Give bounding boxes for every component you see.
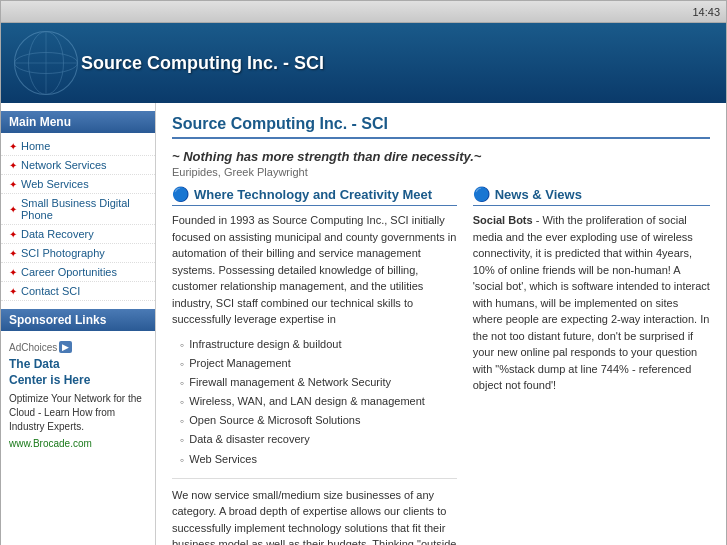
left-section-title: 🔵 Where Technology and Creativity Meet	[172, 186, 457, 206]
right-section-icon: 🔵	[473, 186, 490, 202]
sidebar: Main Menu ✦ Home ✦ Network Services ✦ We…	[1, 103, 156, 545]
sidebar-item-small-business[interactable]: ✦ Small Business Digital Phone	[1, 194, 155, 225]
left-section-title-text: Where Technology and Creativity Meet	[194, 187, 432, 202]
left-section-icon: 🔵	[172, 186, 189, 202]
ad-body: Optimize Your Network for the Cloud - Le…	[9, 392, 147, 434]
list-item: Web Services	[180, 451, 457, 470]
ad-box: AdChoices ▶ The Data Center is Here Opti…	[1, 335, 155, 455]
page-wrapper: Source Computing Inc. - SCI Main Menu ✦ …	[1, 23, 726, 545]
window-chrome: 14:43 Source Computing Inc. - SCI Main M…	[0, 0, 727, 545]
list-item: Project Management	[180, 355, 457, 374]
list-item-text: Wireless, WAN, and LAN design & manageme…	[189, 393, 425, 411]
title-bar: 14:43	[1, 1, 726, 23]
sidebar-item-label: Network Services	[21, 159, 107, 171]
list-item: Open Source & Microsoft Solutions	[180, 412, 457, 431]
sidebar-item-label: SCI Photography	[21, 247, 105, 259]
sidebar-item-home[interactable]: ✦ Home	[1, 137, 155, 156]
quote-block: ~ Nothing has more strength than dire ne…	[172, 149, 710, 178]
right-section-title: 🔵 News & Views	[473, 186, 710, 206]
right-column: 🔵 News & Views Social Bots - With the pr…	[473, 186, 710, 545]
services-list: Infrastructure design & buildout Project…	[180, 336, 457, 470]
sidebar-item-label: Career Oportunities	[21, 266, 117, 278]
header-globe-decoration	[11, 28, 81, 98]
page-heading: Source Computing Inc. - SCI	[172, 115, 710, 139]
nav-bullet: ✦	[9, 248, 17, 259]
content-area: Main Menu ✦ Home ✦ Network Services ✦ We…	[1, 103, 726, 545]
left-section-body: Founded in 1993 as Source Computing Inc.…	[172, 212, 457, 328]
list-item: Firewall management & Network Security	[180, 374, 457, 393]
nav-bullet: ✦	[9, 286, 17, 297]
sidebar-item-contact[interactable]: ✦ Contact SCI	[1, 282, 155, 301]
nav-bullet: ✦	[9, 179, 17, 190]
list-item-text: Web Services	[189, 451, 257, 469]
list-item-text: Open Source & Microsoft Solutions	[189, 412, 360, 430]
news-body-text: - With the proliferation of social media…	[473, 214, 710, 391]
nav-bullet: ✦	[9, 267, 17, 278]
news-body: Social Bots - With the proliferation of …	[473, 212, 710, 394]
quote-attribution: Euripides, Greek Playwright	[172, 166, 710, 178]
two-column-layout: 🔵 Where Technology and Creativity Meet F…	[172, 186, 710, 545]
ad-choices-icon: ▶	[59, 341, 72, 353]
main-content: Source Computing Inc. - SCI ~ Nothing ha…	[156, 103, 726, 545]
list-item: Infrastructure design & buildout	[180, 336, 457, 355]
ad-headline[interactable]: The Data Center is Here	[9, 357, 147, 388]
sidebar-item-data-recovery[interactable]: ✦ Data Recovery	[1, 225, 155, 244]
sidebar-item-label: Web Services	[21, 178, 89, 190]
sidebar-item-label: Data Recovery	[21, 228, 94, 240]
ad-url[interactable]: www.Brocade.com	[9, 438, 147, 449]
list-item: Data & disaster recovery	[180, 431, 457, 450]
list-item-text: Firewall management & Network Security	[189, 374, 391, 392]
site-header: Source Computing Inc. - SCI	[1, 23, 726, 103]
sidebar-item-label: Contact SCI	[21, 285, 80, 297]
ad-headline-line1: The Data	[9, 357, 60, 371]
ad-choices: AdChoices ▶	[9, 341, 147, 353]
left-column: 🔵 Where Technology and Creativity Meet F…	[172, 186, 457, 545]
sidebar-menu-title: Main Menu	[1, 111, 155, 133]
right-section-title-text: News & Views	[495, 187, 582, 202]
quote-text: ~ Nothing has more strength than dire ne…	[172, 149, 710, 164]
sidebar-item-web-services[interactable]: ✦ Web Services	[1, 175, 155, 194]
ad-choices-label: AdChoices	[9, 342, 57, 353]
nav-bullet: ✦	[9, 204, 17, 215]
nav-bullet: ✦	[9, 160, 17, 171]
news-bold-intro: Social Bots	[473, 214, 533, 226]
list-item-text: Project Management	[189, 355, 291, 373]
clock: 14:43	[692, 6, 720, 18]
list-item-text: Infrastructure design & buildout	[189, 336, 341, 354]
sponsored-links-title: Sponsored Links	[1, 309, 155, 331]
sidebar-item-network-services[interactable]: ✦ Network Services	[1, 156, 155, 175]
list-item: Wireless, WAN, and LAN design & manageme…	[180, 393, 457, 412]
nav-bullet: ✦	[9, 229, 17, 240]
nav-bullet: ✦	[9, 141, 17, 152]
sidebar-item-label: Home	[21, 140, 50, 152]
sidebar-item-career[interactable]: ✦ Career Oportunities	[1, 263, 155, 282]
site-title: Source Computing Inc. - SCI	[81, 53, 324, 74]
sidebar-item-sci-photography[interactable]: ✦ SCI Photography	[1, 244, 155, 263]
closing-text: We now service small/medium size busines…	[172, 478, 457, 545]
ad-headline-line2: Center is Here	[9, 373, 90, 387]
sidebar-item-label: Small Business Digital Phone	[21, 197, 147, 221]
list-item-text: Data & disaster recovery	[189, 431, 309, 449]
